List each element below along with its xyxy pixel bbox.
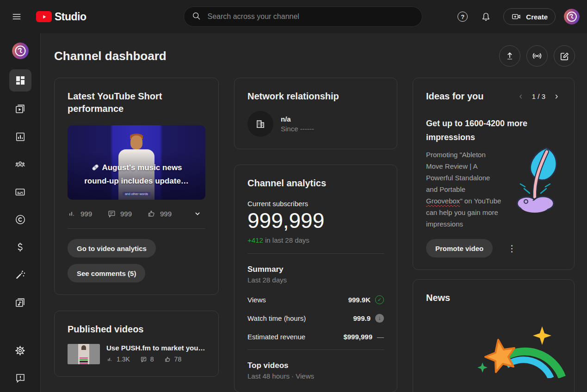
notifications-button[interactable]	[476, 7, 495, 26]
summary-row-revenue: Estimated revenue $999,999—	[247, 327, 384, 346]
channel-avatar[interactable]	[12, 43, 29, 59]
community-icon	[14, 159, 26, 170]
sidebar-item-settings[interactable]	[6, 337, 34, 364]
audio-library-icon	[14, 297, 26, 308]
divider	[247, 253, 384, 254]
card-published-videos: Published videos	[54, 311, 219, 377]
sidebar-item-feedback[interactable]	[6, 364, 34, 392]
customization-wand-icon	[14, 269, 26, 281]
youtube-studio-logo[interactable]: Studio	[36, 11, 87, 23]
pager-prev-button[interactable]	[516, 92, 525, 101]
network-since: Since ------	[281, 125, 314, 133]
published-video-thumbnail	[68, 344, 100, 364]
comments-stat: 999	[107, 209, 147, 218]
account-avatar[interactable]	[564, 9, 580, 24]
edit-button[interactable]	[554, 45, 575, 67]
published-video-meta: Use PUSH.fm to market you… 1.3K 8 78	[106, 344, 204, 364]
promote-video-button[interactable]: Promote video	[426, 239, 493, 257]
expand-stats-button[interactable]	[190, 208, 205, 219]
likes-thumbs-up-icon	[164, 356, 171, 363]
sidebar-item-content[interactable]	[6, 95, 34, 123]
chevron-left-icon	[517, 93, 525, 100]
ideas-pager: 1 / 3	[516, 92, 561, 101]
published-video-row[interactable]: Use PUSH.fm to market you… 1.3K 8 78	[68, 344, 205, 364]
sidebar-item-analytics[interactable]	[6, 123, 34, 151]
divider	[247, 349, 384, 350]
published-video-stats: 1.3K 8 78	[106, 355, 204, 363]
sidebar-item-copyright[interactable]	[6, 206, 34, 233]
divider	[68, 228, 205, 229]
card-channel-analytics: Channel analytics Current subscribers 99…	[234, 165, 397, 392]
views-stat: 999	[68, 209, 107, 218]
sidebar-item-community[interactable]	[6, 150, 34, 178]
upload-videos-button[interactable]	[499, 45, 520, 67]
column-3: Ideas for you 1 / 3 Get up to 1600-4200 …	[413, 78, 575, 392]
menu-hamburger-icon[interactable]	[7, 7, 26, 26]
dashboard-columns: Latest YouTube Short performance August'…	[41, 78, 587, 392]
short-video-thumbnail[interactable]: August's music news round-up includes up…	[68, 125, 205, 200]
sidebar-item-subtitles[interactable]	[6, 178, 34, 206]
column-1: Latest YouTube Short performance August'…	[54, 78, 219, 377]
column-2: Network relationship n/a Since ------ Ch…	[234, 78, 397, 392]
short-stats-row: 999 999 999	[68, 208, 205, 219]
card-latest-short: Latest YouTube Short performance August'…	[54, 78, 219, 295]
thumbnail-overlay-text: August's music news round-up includes up…	[68, 162, 205, 187]
content-icon	[14, 103, 26, 115]
short-card-actions: Go to video analytics See comments (5)	[68, 239, 205, 282]
trend-down-icon: ↓	[375, 314, 384, 323]
likes-stat: 999	[147, 209, 172, 218]
top-videos-range: Last 48 hours · Views	[247, 372, 384, 380]
create-button[interactable]: Create	[503, 8, 556, 25]
views-bar-icon	[106, 356, 113, 363]
sidebar-item-customization[interactable]	[6, 261, 34, 289]
current-subscribers-value: 999,999	[247, 209, 384, 232]
views-bar-icon	[68, 209, 76, 218]
search-icon	[192, 11, 201, 23]
search-bar[interactable]	[184, 6, 422, 27]
go-to-video-analytics-button[interactable]: Go to video analytics	[68, 239, 156, 257]
chevron-right-icon	[553, 93, 560, 100]
create-video-icon	[511, 12, 521, 22]
create-label: Create	[526, 13, 548, 21]
see-comments-button[interactable]: See comments (5)	[68, 264, 145, 282]
subtitles-icon	[14, 186, 26, 198]
settings-gear-icon	[14, 345, 26, 356]
copyright-icon	[14, 214, 26, 226]
card-title: Latest YouTube Short performance	[68, 90, 205, 115]
youtube-play-icon	[36, 11, 52, 22]
network-info: n/a Since ------	[281, 115, 314, 133]
main-content: Channel dashboard Latest YouTube Short p…	[41, 33, 587, 392]
ideas-header: Ideas for you 1 / 3	[426, 90, 561, 103]
more-options-button[interactable]: ⋮	[505, 244, 519, 253]
ideas-heading: Get up to 1600-4200 more impressions	[426, 116, 542, 144]
summary-row-views: Views 999.9K✓	[247, 290, 384, 309]
summary-row-watch-time: Watch time (hours) 999.9↓	[247, 309, 384, 327]
summary-title: Summary	[247, 265, 384, 274]
earn-dollar-icon	[14, 241, 26, 253]
sidebar-item-dashboard[interactable]	[9, 69, 31, 92]
misspelled-word: Groovebox	[426, 197, 460, 205]
sidebar-item-audio-library[interactable]	[6, 289, 34, 317]
summary-rows: Views 999.9K✓ Watch time (hours) 999.9↓ …	[247, 290, 384, 346]
network-value: n/a	[281, 115, 314, 123]
network-building-icon	[247, 111, 273, 137]
go-live-button[interactable]	[526, 45, 548, 67]
subscriber-delta: +412 in last 28 days	[247, 236, 384, 244]
sidebar-item-earn[interactable]	[6, 233, 34, 261]
studio-wordmark: Studio	[55, 11, 87, 23]
topbar-left: Studio	[7, 7, 87, 26]
app-body: Channel dashboard Latest YouTube Short p…	[0, 33, 587, 392]
shooting-star-illustration	[466, 318, 561, 380]
likes-thumbs-up-icon	[147, 209, 156, 218]
pager-next-button[interactable]	[552, 92, 561, 101]
help-icon: ?	[457, 12, 468, 22]
header-actions	[499, 45, 575, 67]
help-button[interactable]: ?	[453, 7, 472, 26]
analytics-icon	[15, 131, 26, 142]
card-title: Ideas for you	[426, 90, 483, 103]
search-input[interactable]	[207, 12, 414, 21]
page-title: Channel dashboard	[54, 49, 167, 63]
ideas-actions: Promote video ⋮	[426, 239, 561, 257]
topbar: Studio ? Create	[0, 0, 587, 33]
ideas-body: Promoting "Ableton Move Review | A Power…	[426, 149, 561, 230]
